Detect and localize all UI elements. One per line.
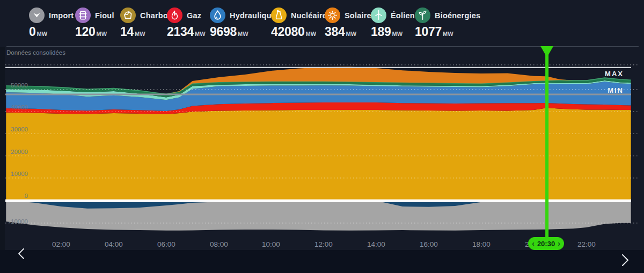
x-axis-label: 08:00 (204, 240, 233, 248)
chevron-left-icon (16, 247, 28, 261)
y-axis-label: 50000 (4, 82, 28, 88)
cursor-next-icon[interactable]: › (558, 240, 560, 247)
x-axis-label: 04:00 (99, 240, 128, 248)
min-line-label: MIN (596, 86, 624, 94)
stacked-production-chart[interactable] (0, 0, 644, 273)
cursor-prev-icon[interactable]: ‹ (532, 240, 535, 247)
x-axis-label: 02:00 (47, 240, 76, 248)
x-axis-label: 10:00 (257, 240, 286, 248)
y-axis-label: -10000 (4, 218, 28, 225)
eco2mix-production-dashboard: Import 0MW Fioul 120MW (0, 0, 644, 273)
x-axis-label: 14:00 (362, 240, 391, 248)
time-cursor-pill[interactable]: ‹ 20:30 › (528, 237, 564, 250)
y-axis-label: 40000 (4, 104, 28, 110)
x-axis-label: 16:00 (414, 240, 443, 248)
x-axis-label: 18:00 (467, 240, 496, 248)
y-axis-label: 10000 (4, 171, 28, 177)
x-axis-label: 22:00 (572, 240, 601, 248)
cursor-time: 20:30 (537, 240, 555, 248)
x-axis-label: 06:00 (152, 240, 181, 248)
y-axis-label: 20000 (4, 149, 28, 155)
max-line-label: MAX (596, 70, 624, 78)
chevron-right-icon (619, 252, 631, 268)
y-axis-label: 30000 (4, 126, 28, 132)
y-axis-label: 0 (4, 193, 28, 199)
prev-period-button[interactable] (16, 247, 28, 262)
next-period-button[interactable] (619, 252, 631, 270)
x-axis-label: 12:00 (309, 240, 338, 248)
layer-nuclear (6, 108, 631, 200)
